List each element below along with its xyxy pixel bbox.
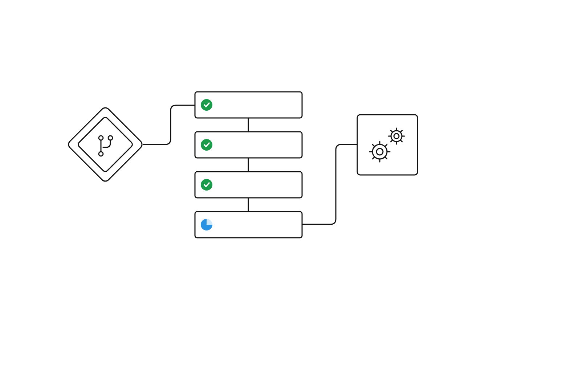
- source-node: [67, 106, 144, 183]
- check-circle-icon: [201, 139, 212, 151]
- svg-rect-9: [77, 116, 134, 173]
- connectors-group: [143, 105, 357, 224]
- stage-box-4: [195, 212, 302, 238]
- check-circle-icon: [201, 99, 212, 111]
- svg-point-5: [201, 179, 212, 191]
- connector-source-to-stage1: [143, 105, 195, 144]
- svg-point-3: [201, 139, 212, 151]
- svg-point-1: [201, 99, 212, 111]
- stage-box-2: [195, 132, 302, 158]
- progress-pie-icon: [201, 219, 212, 230]
- check-circle-icon: [201, 179, 212, 191]
- target-node: [357, 115, 418, 175]
- pipeline-diagram: [0, 0, 570, 392]
- connector-stage4-to-target: [302, 144, 357, 224]
- stage-box-3: [195, 172, 302, 198]
- stage-box-1: [195, 92, 302, 118]
